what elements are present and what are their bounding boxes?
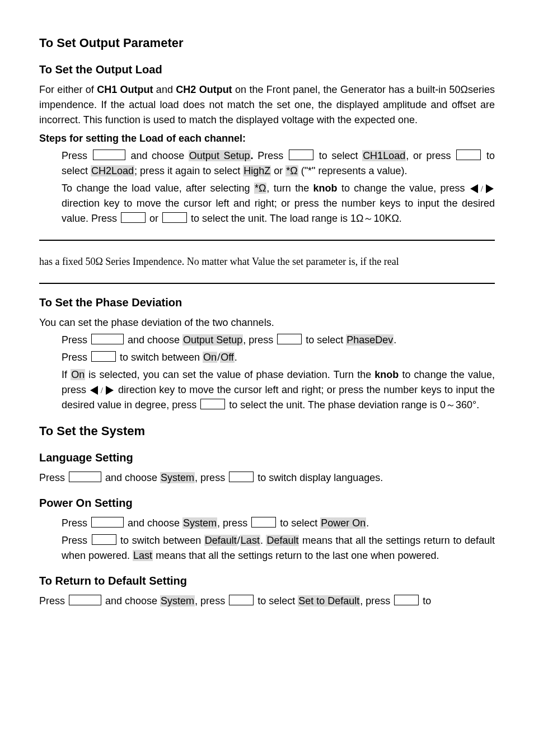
on-label: On <box>203 352 217 363</box>
intro-paragraph: For either of CH1 Output and CH2 Output … <box>39 82 495 128</box>
last-label: Last <box>133 550 153 561</box>
default-label: Default <box>204 535 237 546</box>
text: , press <box>195 595 228 606</box>
ch2load-label: CH2Load <box>91 165 134 176</box>
text: to select <box>277 517 320 529</box>
on-label: On <box>71 369 85 380</box>
svg-marker-0 <box>470 184 478 193</box>
star-omega-label: *Ω <box>285 165 298 176</box>
svg-marker-2 <box>486 184 494 193</box>
steps-label: Steps for setting the Load of each chann… <box>39 131 495 146</box>
text: and choose <box>102 595 160 606</box>
text: , press <box>217 517 250 529</box>
default-label: Default <box>266 535 299 546</box>
text: . <box>366 517 369 529</box>
heading-output-load: To Set the Output Load <box>39 61 495 78</box>
text: Press <box>62 517 90 529</box>
utility-button[interactable] <box>91 334 124 344</box>
softkey-button[interactable] <box>92 534 116 545</box>
softkey-button[interactable] <box>289 150 313 160</box>
step-line: Press and choose Output Setup. Press to … <box>62 148 495 179</box>
text: For either of <box>39 84 97 95</box>
utility-button[interactable] <box>93 150 125 160</box>
last-label: Last <box>240 535 260 546</box>
power-on-label: Power On <box>320 517 366 529</box>
output-setup-label: Output Setup <box>189 150 251 161</box>
knob-label: knob <box>374 369 399 380</box>
text: to select the unit. The phase deviation … <box>226 399 479 410</box>
text: to switch display languages. <box>255 472 383 483</box>
softkey-button[interactable] <box>456 150 481 160</box>
off-label: Off <box>220 352 235 363</box>
heading-power-on: Power On Setting <box>39 494 495 511</box>
softkey-button[interactable] <box>251 517 276 528</box>
text: Press <box>62 334 90 346</box>
softkey-button[interactable] <box>121 212 146 223</box>
svg-marker-5 <box>106 386 114 395</box>
text: ; press it again to select <box>134 165 243 176</box>
heading-phase-deviation: To Set the Phase Deviation <box>39 294 495 311</box>
softkey-button[interactable] <box>394 595 419 605</box>
text: or <box>147 213 161 224</box>
text: . <box>394 334 396 346</box>
highz-label: HighZ <box>243 165 271 176</box>
system-label: System <box>160 472 195 483</box>
text: Press <box>39 595 68 606</box>
text: to select <box>303 334 346 346</box>
utility-button[interactable] <box>91 517 124 528</box>
softkey-button[interactable] <box>200 399 225 409</box>
text: to <box>420 595 431 606</box>
text: , or press <box>406 150 451 161</box>
text: ("*" represents a value). <box>298 165 407 176</box>
text: and <box>153 84 176 95</box>
text: means that all the settings return to th… <box>153 550 439 561</box>
ch1load-label: CH1Load <box>362 150 406 161</box>
text: , press <box>243 334 276 346</box>
text: . <box>260 535 266 546</box>
text: to select <box>255 595 298 606</box>
star-omega-label: *Ω <box>254 183 266 194</box>
step-line: To change the load value, after selectin… <box>62 181 495 226</box>
text: to select the unit. The load range is 1Ω… <box>188 213 402 224</box>
phase-line: Press to switch between On/Off. <box>62 350 495 365</box>
ch1-label: CH1 Output <box>97 84 153 95</box>
text: To change the load value, after selectin… <box>62 183 254 194</box>
phase-line: Press and choose Output Setup, press to … <box>62 333 495 348</box>
text: to switch between <box>118 535 204 546</box>
text: Press <box>62 150 92 161</box>
heading-language: Language Setting <box>39 449 495 466</box>
text: , turn the <box>266 183 313 194</box>
return-default-line: Press and choose System, press to select… <box>39 594 495 609</box>
heading-set-system: To Set the System <box>39 422 495 440</box>
text: Steps for setting the Load of each chann… <box>39 133 246 144</box>
text: to switch between <box>117 352 203 363</box>
text: to select <box>315 150 362 161</box>
softkey-button[interactable] <box>277 334 302 344</box>
ch2-label: CH2 Output <box>176 84 232 95</box>
utility-button[interactable] <box>69 472 101 482</box>
phase-line: If On is selected, you can set the value… <box>62 367 495 413</box>
text: , press <box>360 595 393 606</box>
softkey-button[interactable] <box>229 595 254 605</box>
phase-intro: You can set the phase deviation of the t… <box>39 315 495 330</box>
text: or <box>271 165 285 176</box>
softkey-button[interactable] <box>229 472 254 482</box>
softkey-button[interactable] <box>162 212 187 223</box>
text: Press <box>254 150 288 161</box>
power-line: Press and choose System, press to select… <box>62 516 495 531</box>
knob-label: knob <box>313 183 338 194</box>
text: and choose <box>125 517 182 529</box>
text: and choose <box>102 472 160 483</box>
utility-button[interactable] <box>69 595 101 605</box>
text: Press <box>39 472 68 483</box>
text: and choose <box>127 150 189 161</box>
softkey-button[interactable] <box>91 351 116 362</box>
divider <box>39 240 495 241</box>
phasedev-label: PhaseDev <box>346 334 394 346</box>
output-setup-label: Output Setup <box>182 334 243 346</box>
text: If <box>62 369 71 380</box>
power-line: Press to switch between Default/Last. De… <box>62 533 495 563</box>
svg-text:/: / <box>481 185 483 193</box>
svg-marker-3 <box>90 386 98 395</box>
set-to-default-label: Set to Default <box>298 595 360 606</box>
